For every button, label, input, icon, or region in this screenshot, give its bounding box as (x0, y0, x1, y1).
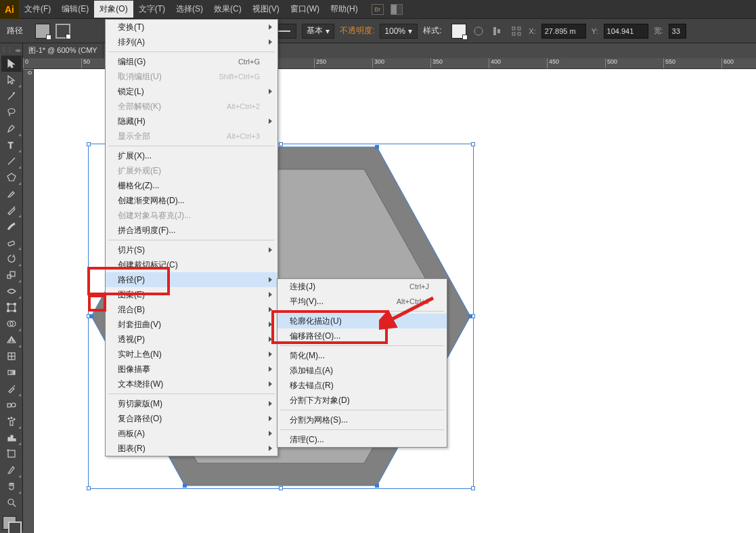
y-value[interactable]: 104.941 (604, 24, 648, 39)
menu-item[interactable]: 复合路径(O) (106, 411, 277, 426)
tool-rotate[interactable] (1, 251, 22, 267)
selection-handle-bc[interactable] (279, 486, 283, 490)
transform-icon[interactable] (510, 24, 523, 38)
tool-blend[interactable] (1, 397, 22, 413)
tool-artboard[interactable] (1, 446, 22, 462)
selection-handle-bl[interactable] (87, 486, 91, 490)
recolor-icon[interactable] (472, 24, 485, 38)
menu-item[interactable]: 混合(B) (106, 302, 277, 317)
selection-handle-tl[interactable] (87, 142, 91, 146)
menu-item[interactable]: 图案(E) (106, 287, 277, 302)
tool-eraser[interactable] (1, 234, 22, 251)
tool-eyedropper[interactable] (1, 381, 22, 397)
anchor-point[interactable] (375, 145, 379, 149)
menu-item[interactable]: 图表(R) (106, 441, 277, 456)
stroke-swatch[interactable] (55, 24, 70, 39)
menu-item[interactable]: 画板(A) (106, 426, 277, 441)
menu-item[interactable]: 图像描摹 (106, 362, 277, 377)
menu-item[interactable]: 创建渐变网格(D)... (106, 193, 277, 208)
tool-zoom[interactable] (1, 494, 22, 511)
tool-paintbrush[interactable] (1, 186, 22, 202)
bridge-icon[interactable]: Br (372, 4, 384, 15)
menu-item[interactable]: 移去锚点(R) (277, 378, 447, 393)
menu-item[interactable]: 文本绕排(W) (106, 377, 277, 391)
selection-handle-tr[interactable] (471, 142, 475, 146)
menu-item[interactable]: 创建裁切标记(C) (106, 257, 277, 272)
tool-mesh[interactable] (1, 348, 22, 364)
anchor-point[interactable] (468, 314, 472, 318)
menu-item[interactable]: 轮廓化描边(U) (277, 314, 447, 328)
tool-slice[interactable] (1, 462, 22, 478)
menu-item[interactable]: 透视(P) (106, 332, 277, 347)
toolbox-stroke-color[interactable] (8, 521, 22, 533)
menu-item[interactable]: 分割下方对象(D) (277, 393, 447, 408)
tool-type[interactable]: T (1, 137, 22, 153)
menu-window[interactable]: 窗口(W) (285, 1, 325, 18)
menu-item[interactable]: 实时上色(N) (106, 347, 277, 362)
tool-free-transform[interactable] (1, 299, 22, 316)
anchor-point[interactable] (89, 314, 93, 318)
width-value[interactable]: 33 (669, 24, 686, 39)
tool-column-graph[interactable] (1, 429, 22, 446)
arrange-icon[interactable] (391, 4, 403, 15)
tool-shape-builder[interactable] (1, 316, 22, 332)
tool-direct-selection[interactable] (1, 72, 22, 88)
menu-item[interactable]: 添加锚点(A) (277, 363, 447, 378)
selection-handle-tc[interactable] (279, 142, 283, 146)
menu-item[interactable]: 路径(P) (106, 272, 277, 287)
menu-type[interactable]: 文字(T) (133, 1, 171, 18)
tool-hand[interactable] (1, 478, 22, 494)
brush-definition-dropdown[interactable]: 基本▾ (302, 24, 334, 39)
style-swatch[interactable] (451, 24, 466, 39)
menu-item[interactable]: 简化(M)... (277, 348, 447, 363)
tool-width[interactable] (1, 283, 22, 299)
tool-pen[interactable] (1, 121, 22, 137)
menu-item[interactable]: 锁定(L) (106, 84, 277, 99)
menu-item[interactable]: 编组(G)Ctrl+G (106, 54, 277, 69)
tool-rectangle[interactable] (1, 169, 22, 186)
tool-blob-brush[interactable] (1, 218, 22, 234)
menu-effect[interactable]: 效果(C) (208, 1, 247, 18)
menu-object[interactable]: 对象(O) (94, 1, 133, 18)
tool-selection[interactable] (1, 56, 22, 72)
tool-magic-wand[interactable] (1, 88, 22, 104)
menu-view[interactable]: 视图(V) (247, 1, 285, 18)
menu-item[interactable]: 分割为网格(S)... (277, 412, 447, 427)
menu-item[interactable]: 清理(C)... (277, 432, 447, 447)
tool-lasso[interactable] (1, 104, 22, 121)
menu-edit[interactable]: 编辑(E) (56, 1, 94, 18)
menu-select[interactable]: 选择(S) (171, 1, 208, 18)
menu-item[interactable]: 排列(A) (106, 35, 277, 49)
menu-item[interactable]: 扩展(X)... (106, 148, 277, 163)
menu-item[interactable]: 拼合透明度(F)... (106, 223, 277, 238)
tool-pencil[interactable] (1, 202, 22, 218)
menu-item[interactable]: 切片(S) (106, 242, 277, 257)
menu-item[interactable]: 封套扭曲(V) (106, 317, 277, 332)
tool-perspective-grid[interactable] (1, 332, 22, 348)
opacity-label[interactable]: 不透明度: (340, 25, 374, 37)
menu-item[interactable]: 连接(J)Ctrl+J (277, 279, 447, 294)
anchor-point[interactable] (183, 484, 187, 488)
menu-item[interactable]: 隐藏(H) (106, 114, 277, 129)
tool-gradient[interactable] (1, 364, 22, 381)
anchor-point[interactable] (375, 484, 379, 488)
menu-item[interactable]: 剪切蒙版(M) (106, 396, 277, 411)
menu-item[interactable]: 平均(V)...Alt+Ctrl+J (277, 294, 447, 309)
x-value[interactable]: 27.895 m (541, 24, 586, 39)
menu-help[interactable]: 帮助(H) (325, 1, 363, 18)
tool-symbol-sprayer[interactable] (1, 413, 22, 429)
align-icon[interactable] (491, 24, 504, 38)
opacity-input[interactable]: 100%▾ (380, 24, 418, 39)
tool-scale[interactable] (1, 267, 22, 283)
menu-item[interactable]: 变换(T) (106, 20, 277, 35)
menu-item[interactable]: 栅格化(Z)... (106, 178, 277, 193)
selection-handle-br[interactable] (471, 486, 475, 490)
menu-item-label: 扩展外观(E) (118, 165, 161, 177)
fill-stroke-swatches[interactable] (0, 516, 22, 533)
tool-line[interactable] (1, 153, 22, 169)
fill-swatch[interactable] (35, 24, 50, 39)
menu-item[interactable]: 偏移路径(O)... (277, 328, 447, 343)
document-tab[interactable]: 图-1* @ 600% (CMY (23, 43, 104, 58)
menu-file[interactable]: 文件(F) (19, 1, 56, 18)
toolbox-grip[interactable]: ⋮⋮ ◂▸ (0, 46, 22, 54)
